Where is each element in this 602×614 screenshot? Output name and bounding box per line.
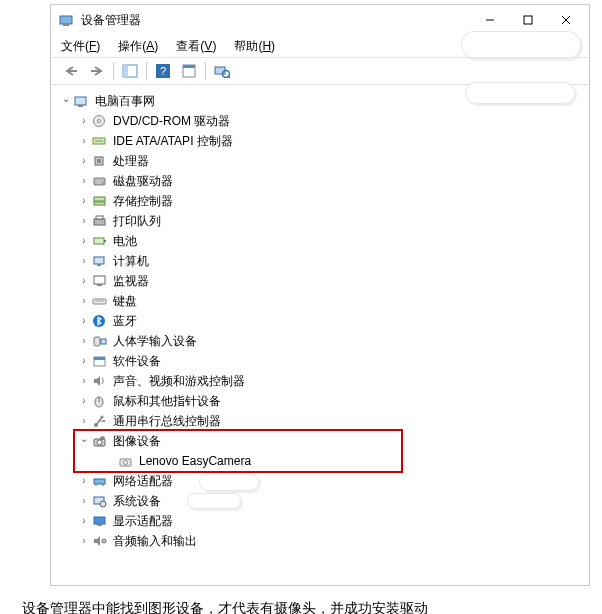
tree-item-label: 通用串行总线控制器	[113, 411, 221, 431]
svg-point-20	[98, 120, 101, 123]
svg-rect-32	[104, 240, 106, 242]
expand-icon[interactable]: ›	[77, 231, 91, 251]
svg-rect-3	[524, 16, 532, 24]
expand-icon[interactable]: ›	[77, 271, 91, 291]
expand-icon[interactable]: ›	[77, 251, 91, 271]
tree-category[interactable]: ›磁盘驱动器	[59, 171, 589, 191]
svg-rect-13	[183, 65, 195, 68]
expand-icon[interactable]: ›	[77, 471, 91, 491]
tree-item-label: 计算机	[113, 251, 149, 271]
tree-item-label: Lenovo EasyCamera	[139, 451, 251, 471]
expand-icon[interactable]: ›	[77, 291, 91, 311]
maximize-button[interactable]	[509, 6, 547, 34]
expand-icon[interactable]: ›	[77, 211, 91, 231]
tree-item-label: IDE ATA/ATAPI 控制器	[113, 131, 233, 151]
svg-rect-33	[94, 257, 104, 264]
tree-category[interactable]: ›计算机	[59, 251, 589, 271]
tree-item-label: 监视器	[113, 271, 149, 291]
tree-category[interactable]: ›监视器	[59, 271, 589, 291]
network-icon	[91, 473, 109, 489]
hid-icon	[91, 333, 109, 349]
minimize-button[interactable]	[471, 6, 509, 34]
expand-icon[interactable]: ›	[77, 191, 91, 211]
close-button[interactable]	[547, 6, 585, 34]
menu-file[interactable]: 文件(F)	[61, 38, 100, 55]
tree-item-label: 系统设备	[113, 491, 161, 511]
tree-category[interactable]: ›键盘	[59, 291, 589, 311]
device-tree[interactable]: ⌄电脑百事网›DVD/CD-ROM 驱动器›IDE ATA/ATAPI 控制器›…	[51, 85, 589, 585]
svg-point-60	[100, 501, 106, 507]
scan-hardware-button[interactable]	[210, 60, 234, 82]
menu-view[interactable]: 查看(V)	[176, 38, 216, 55]
svg-rect-36	[97, 284, 102, 286]
svg-point-52	[97, 440, 102, 445]
tree-category[interactable]: ›IDE ATA/ATAPI 控制器	[59, 131, 589, 151]
expand-icon[interactable]: ›	[77, 511, 91, 531]
svg-rect-41	[101, 339, 106, 344]
tree-category[interactable]: ›通用串行总线控制器	[59, 411, 589, 431]
collapse-icon[interactable]: ⌄	[59, 89, 73, 109]
expand-icon[interactable]: ›	[77, 171, 91, 191]
svg-rect-50	[103, 420, 105, 422]
battery-icon	[91, 233, 109, 249]
tree-item-label: 蓝牙	[113, 311, 137, 331]
expand-icon[interactable]: ›	[77, 311, 91, 331]
expand-icon[interactable]: ›	[77, 371, 91, 391]
console-tree-button[interactable]	[118, 60, 142, 82]
menu-action[interactable]: 操作(A)	[118, 38, 158, 55]
tree-category[interactable]: ›音频输入和输出	[59, 531, 589, 551]
properties-button[interactable]	[177, 60, 201, 82]
tree-item-label: 磁盘驱动器	[113, 171, 173, 191]
expand-icon[interactable]: ›	[77, 531, 91, 551]
tree-category[interactable]: ›蓝牙	[59, 311, 589, 331]
tree-category[interactable]: ›打印队列	[59, 211, 589, 231]
tree-category[interactable]: ›显示适配器	[59, 511, 589, 531]
forward-button[interactable]	[85, 60, 109, 82]
tree-item-label: 网络适配器	[113, 471, 173, 491]
tree-category[interactable]: ›系统设备	[59, 491, 589, 511]
tree-category[interactable]: ›电池	[59, 231, 589, 251]
svg-rect-43	[94, 357, 105, 360]
svg-point-48	[101, 416, 104, 419]
tree-category[interactable]: ›处理器	[59, 151, 589, 171]
svg-rect-34	[97, 264, 101, 266]
tree-category[interactable]: ›软件设备	[59, 351, 589, 371]
collapse-icon[interactable]: ⌄	[77, 429, 91, 449]
tree-category[interactable]: ⌄图像设备	[59, 431, 589, 451]
device-manager-window: 设备管理器 文件(F) 操作(A) 查看(V) 帮助(H) ? ⌄电脑百事网›D…	[50, 4, 590, 586]
tree-item-label: 打印队列	[113, 211, 161, 231]
expand-icon[interactable]: ›	[77, 131, 91, 151]
expand-icon[interactable]: ›	[77, 391, 91, 411]
tree-category[interactable]: ›DVD/CD-ROM 驱动器	[59, 111, 589, 131]
camera-item-icon	[117, 453, 135, 469]
tree-item-label: DVD/CD-ROM 驱动器	[113, 111, 230, 131]
tree-item-label: 键盘	[113, 291, 137, 311]
tree-category[interactable]: ›鼠标和其他指针设备	[59, 391, 589, 411]
watermark-blob	[461, 31, 581, 59]
expand-icon[interactable]: ›	[77, 331, 91, 351]
help-button[interactable]: ?	[151, 60, 175, 82]
expand-icon[interactable]: ›	[77, 151, 91, 171]
expand-icon[interactable]: ›	[77, 411, 91, 431]
svg-rect-18	[78, 105, 83, 107]
tree-category[interactable]: ›人体学输入设备	[59, 331, 589, 351]
menu-help[interactable]: 帮助(H)	[234, 38, 275, 55]
app-icon	[59, 13, 75, 27]
tree-category[interactable]: ›存储控制器	[59, 191, 589, 211]
tree-category[interactable]: ›网络适配器	[59, 471, 589, 491]
display-icon	[91, 513, 109, 529]
expand-icon[interactable]: ›	[77, 111, 91, 131]
tree-category[interactable]: ›声音、视频和游戏控制器	[59, 371, 589, 391]
tree-root[interactable]: ⌄电脑百事网	[59, 91, 589, 111]
ide-icon	[91, 133, 109, 149]
cpu-icon	[91, 153, 109, 169]
menubar: 文件(F) 操作(A) 查看(V) 帮助(H)	[51, 35, 589, 57]
tree-device[interactable]: Lenovo EasyCamera	[59, 451, 589, 471]
back-button[interactable]	[59, 60, 83, 82]
software-icon	[91, 353, 109, 369]
svg-rect-1	[63, 24, 69, 26]
expand-icon[interactable]: ›	[77, 491, 91, 511]
expand-icon[interactable]: ›	[77, 351, 91, 371]
svg-rect-28	[94, 202, 105, 205]
svg-rect-53	[101, 437, 104, 439]
